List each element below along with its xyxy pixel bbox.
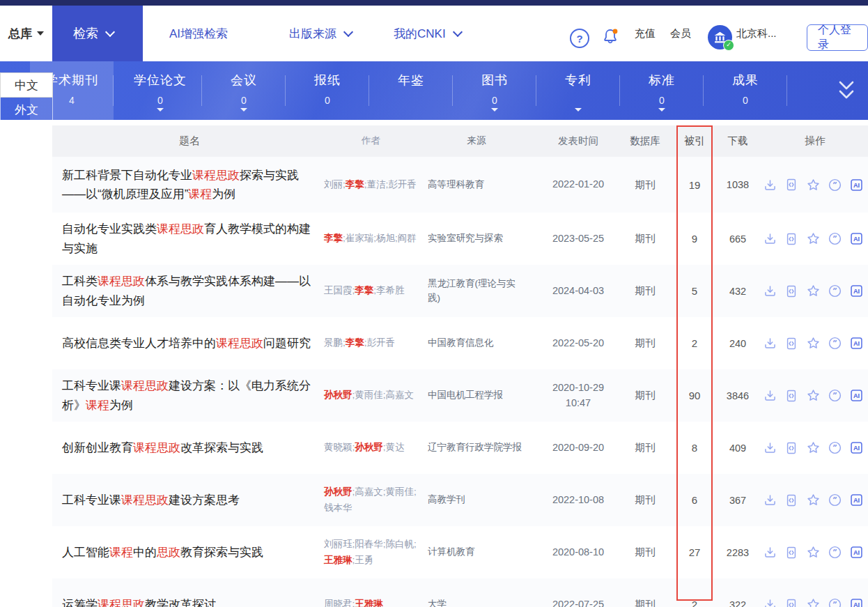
author-link[interactable]: 周晓君 — [324, 599, 352, 607]
publish-source-link[interactable]: 出版来源 — [289, 6, 352, 61]
org-avatar[interactable]: ✓ — [708, 25, 732, 49]
search-menu[interactable]: 检索 — [44, 6, 143, 61]
download-icon[interactable] — [762, 336, 777, 351]
read-online-icon[interactable] — [784, 177, 799, 192]
paper-title[interactable]: 工科专业课课程思政建设方案思考 — [62, 493, 240, 507]
author-link[interactable]: 阎群 — [398, 233, 417, 243]
help-icon[interactable]: ? — [570, 29, 589, 48]
doc-tab-7[interactable]: 标准0 — [620, 61, 704, 120]
read-online-icon[interactable] — [784, 545, 799, 560]
ai-assist-icon[interactable]: AI — [848, 493, 864, 508]
favorite-star-icon[interactable] — [805, 440, 821, 456]
source-cell[interactable]: 黑龙江教育(理论与实践) — [425, 277, 536, 306]
collapse-double-chevron-icon[interactable] — [835, 78, 858, 106]
author-link[interactable]: 王雅琳 — [355, 599, 383, 607]
org-name[interactable]: 北京科... — [736, 6, 777, 61]
ai-assist-icon[interactable]: AI — [848, 177, 864, 192]
tab-expand-chevron-icon[interactable] — [240, 108, 247, 112]
favorite-star-icon[interactable] — [805, 597, 821, 607]
doc-tab-2[interactable]: 会议0 — [202, 61, 286, 120]
source-cell[interactable]: 实验室研究与探索 — [425, 231, 536, 246]
citation-count[interactable]: 6 — [670, 494, 719, 506]
tab-expand-chevron-icon[interactable] — [491, 108, 498, 112]
author-link[interactable]: 刘丽 — [324, 179, 343, 190]
author-link[interactable]: 杨旭 — [376, 233, 395, 243]
paper-title[interactable]: 工科专业课课程思政建设方案：以《电力系统分析》课程为例 — [62, 379, 311, 411]
recharge-link[interactable]: 充值 — [635, 6, 656, 61]
cite-quote-icon[interactable]: ” — [827, 388, 842, 404]
author-link[interactable]: 黄雨佳 — [386, 486, 414, 497]
download-icon[interactable] — [762, 231, 777, 247]
author-link[interactable]: 孙秋野 — [324, 486, 352, 497]
paper-title[interactable]: 工科类课程思政体系与教学实践体系构建——以自动化专业为例 — [62, 275, 311, 307]
cite-quote-icon[interactable]: ” — [827, 177, 842, 192]
ai-assist-icon[interactable]: AI — [848, 597, 864, 607]
tab-expand-chevron-icon[interactable] — [575, 108, 582, 112]
paper-title[interactable]: 运筹学课程思政教学改革探讨 — [62, 598, 216, 607]
paper-title[interactable]: 新工科背景下自动化专业课程思政探索与实践——以“微机原理及应用”课程为例 — [62, 169, 299, 201]
doc-tab-4[interactable]: 年鉴 — [369, 61, 453, 120]
citation-count[interactable]: 90 — [670, 390, 719, 401]
tab-expand-chevron-icon[interactable] — [157, 108, 164, 112]
header-cited[interactable]: 被引 — [670, 135, 719, 148]
doc-tab-5[interactable]: 图书0 — [453, 61, 536, 120]
source-cell[interactable]: 高等理科教育 — [425, 178, 536, 192]
header-date[interactable]: 发表时间 — [536, 134, 620, 149]
ai-assist-icon[interactable]: AI — [848, 336, 864, 351]
paper-title[interactable]: 高校信息类专业人才培养中的课程思政问题研究 — [62, 337, 311, 350]
author-link[interactable]: 彭开香 — [388, 179, 417, 190]
header-download[interactable]: 下载 — [719, 135, 757, 148]
download-icon[interactable] — [762, 440, 777, 456]
author-link[interactable]: 李擎 — [324, 233, 343, 243]
author-link[interactable]: 刘丽珏 — [324, 539, 352, 549]
download-icon[interactable] — [762, 177, 777, 192]
source-cell[interactable]: 辽宁教育行政学院学报 — [425, 440, 536, 455]
read-online-icon[interactable] — [784, 597, 799, 607]
favorite-star-icon[interactable] — [805, 388, 821, 404]
download-icon[interactable] — [762, 597, 777, 607]
ai-assist-icon[interactable]: AI — [848, 388, 864, 404]
library-dropdown[interactable]: 总库 — [0, 6, 52, 61]
favorite-star-icon[interactable] — [805, 177, 821, 192]
ai-assist-icon[interactable]: AI — [848, 284, 864, 299]
citation-count[interactable]: 5 — [670, 285, 719, 297]
favorite-star-icon[interactable] — [805, 545, 821, 560]
paper-title[interactable]: 创新创业教育课程思政改革探索与实践 — [62, 441, 263, 454]
cite-quote-icon[interactable]: ” — [827, 440, 842, 456]
download-icon[interactable] — [762, 545, 777, 560]
download-icon[interactable] — [762, 388, 777, 404]
author-link[interactable]: 陈白帆 — [386, 539, 414, 549]
favorite-star-icon[interactable] — [805, 336, 821, 351]
favorite-star-icon[interactable] — [805, 284, 821, 299]
author-link[interactable]: 高嘉文 — [355, 486, 383, 497]
read-online-icon[interactable] — [784, 336, 799, 351]
ai-assist-icon[interactable]: AI — [848, 440, 864, 456]
notification-bell-icon[interactable] — [600, 26, 620, 46]
cite-quote-icon[interactable]: ” — [827, 336, 842, 351]
cite-quote-icon[interactable]: ” — [827, 231, 842, 247]
doc-tab-3[interactable]: 报纸0 — [286, 61, 369, 120]
author-link[interactable]: 孙秋野 — [324, 390, 352, 400]
read-online-icon[interactable] — [784, 388, 799, 404]
cite-quote-icon[interactable]: ” — [827, 493, 842, 508]
personal-login-button[interactable]: 个人登录 — [807, 24, 868, 51]
author-link[interactable]: 王雅琳 — [324, 555, 352, 565]
member-link[interactable]: 会员 — [670, 6, 691, 61]
ai-assist-icon[interactable]: AI — [848, 231, 864, 247]
citation-count[interactable]: 19 — [670, 179, 719, 191]
author-link[interactable]: 李擎 — [346, 179, 364, 190]
lang-tab-foreign[interactable]: 外文 — [0, 98, 53, 122]
author-link[interactable]: 高嘉文 — [386, 390, 414, 400]
lang-tab-chinese[interactable]: 中文 — [0, 72, 53, 98]
author-link[interactable]: 景鹏 — [324, 337, 343, 348]
author-link[interactable]: 黄雨佳 — [355, 390, 383, 400]
doc-tab-8[interactable]: 成果0 — [704, 61, 787, 120]
author-link[interactable]: 彭开香 — [367, 337, 396, 348]
citation-count[interactable]: 27 — [670, 546, 719, 558]
cite-quote-icon[interactable]: ” — [827, 597, 842, 607]
read-online-icon[interactable] — [784, 231, 799, 247]
favorite-star-icon[interactable] — [805, 493, 821, 508]
cite-quote-icon[interactable]: ” — [827, 545, 842, 560]
ai-search-link[interactable]: AI增强检索 — [169, 6, 228, 61]
author-link[interactable]: 黄达 — [386, 442, 405, 452]
